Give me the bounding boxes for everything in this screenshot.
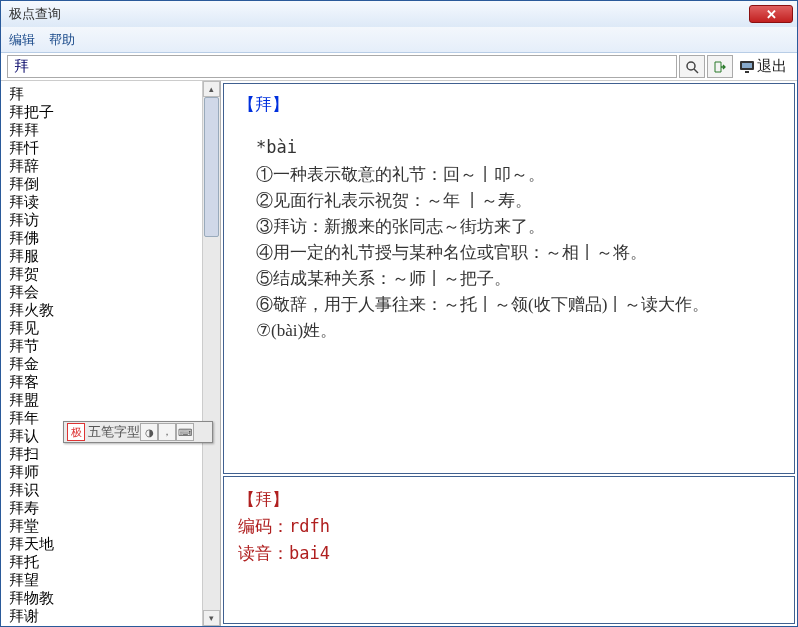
svg-rect-4 bbox=[745, 71, 749, 73]
list-item[interactable]: 拜堂 bbox=[9, 517, 194, 535]
ime-toolbar[interactable]: 极 五笔字型 ◑ ， ⌨ bbox=[63, 421, 213, 443]
list-item[interactable]: 拜天地 bbox=[9, 535, 194, 553]
svg-point-0 bbox=[687, 62, 695, 70]
main-pane: 【拜】 *bài ①一种表示敬意的礼节：回～丨叩～。②见面行礼表示祝贺：～年 丨… bbox=[221, 81, 797, 626]
list-item[interactable]: 拜寿 bbox=[9, 499, 194, 517]
titlebar: 极点查询 ✕ bbox=[1, 1, 797, 27]
word-list: 拜拜把子拜拜拜忏拜辞拜倒拜读拜访拜佛拜服拜贺拜会拜火教拜见拜节拜金拜客拜盟拜年拜… bbox=[1, 81, 202, 626]
list-item[interactable]: 拜识 bbox=[9, 481, 194, 499]
sidebar: 拜拜把子拜拜拜忏拜辞拜倒拜读拜访拜佛拜服拜贺拜会拜火教拜见拜节拜金拜客拜盟拜年拜… bbox=[1, 81, 221, 626]
scroll-up-arrow[interactable]: ▴ bbox=[203, 81, 220, 97]
definition-pane: 【拜】 *bài ①一种表示敬意的礼节：回～丨叩～。②见面行礼表示祝贺：～年 丨… bbox=[223, 83, 795, 474]
exit-button[interactable]: 退出 bbox=[735, 55, 791, 78]
list-item[interactable]: 拜忏 bbox=[9, 139, 194, 157]
scroll-down-arrow[interactable]: ▾ bbox=[203, 610, 220, 626]
monitor-icon bbox=[739, 60, 755, 74]
close-icon: ✕ bbox=[766, 7, 777, 22]
sidebar-scrollbar[interactable]: ▴ ▾ bbox=[202, 81, 220, 626]
info-pane: 【拜】 编码：rdfh 读音：bai4 bbox=[223, 476, 795, 624]
list-item[interactable]: 拜佛 bbox=[9, 229, 194, 247]
menu-help[interactable]: 帮助 bbox=[49, 31, 75, 49]
info-code-row: 编码：rdfh bbox=[238, 513, 780, 540]
list-item[interactable]: 拜托 bbox=[9, 553, 194, 571]
export-button[interactable] bbox=[707, 55, 733, 78]
definition-line: ④用一定的礼节授与某种名位或官职：～相丨～将。 bbox=[256, 240, 780, 266]
list-item[interactable]: 拜访 bbox=[9, 211, 194, 229]
menubar: 编辑 帮助 bbox=[1, 27, 797, 53]
definition-pinyin: *bài bbox=[256, 134, 780, 160]
definition-line: ⑥敬辞，用于人事往来：～托丨～领(收下赠品)丨～读大作。 bbox=[256, 292, 780, 318]
definition-line: ⑤结成某种关系：～师丨～把子。 bbox=[256, 266, 780, 292]
content-area: 拜拜把子拜拜拜忏拜辞拜倒拜读拜访拜佛拜服拜贺拜会拜火教拜见拜节拜金拜客拜盟拜年拜… bbox=[1, 81, 797, 626]
list-item[interactable]: 拜读 bbox=[9, 193, 194, 211]
ime-badge-icon: 极 bbox=[67, 423, 85, 441]
list-item[interactable]: 拜火教 bbox=[9, 301, 194, 319]
definition-line: ⑦(bài)姓。 bbox=[256, 318, 780, 344]
list-item[interactable]: 拜谢 bbox=[9, 607, 194, 625]
list-item[interactable]: 拜金 bbox=[9, 355, 194, 373]
menu-edit[interactable]: 编辑 bbox=[9, 31, 35, 49]
close-button[interactable]: ✕ bbox=[749, 5, 793, 23]
list-item[interactable]: 拜拜 bbox=[9, 121, 194, 139]
app-window: 极点查询 ✕ 编辑 帮助 退出 bbox=[0, 0, 798, 627]
list-item[interactable]: 拜客 bbox=[9, 373, 194, 391]
definition-head: 【拜】 bbox=[238, 92, 780, 118]
info-head: 【拜】 bbox=[238, 487, 780, 513]
svg-rect-3 bbox=[742, 63, 752, 68]
list-item[interactable]: 拜服 bbox=[9, 247, 194, 265]
info-code-value: rdfh bbox=[289, 516, 330, 536]
exit-label: 退出 bbox=[757, 57, 787, 76]
list-item[interactable]: 拜节 bbox=[9, 337, 194, 355]
search-button[interactable] bbox=[679, 55, 705, 78]
info-pron-label: 读音： bbox=[238, 544, 289, 563]
window-title: 极点查询 bbox=[9, 5, 749, 23]
info-pron-value: bai4 bbox=[289, 543, 330, 563]
ime-keyboard-icon[interactable]: ⌨ bbox=[176, 423, 194, 441]
ime-moon-icon[interactable]: ◑ bbox=[140, 423, 158, 441]
list-item[interactable]: 拜扫 bbox=[9, 445, 194, 463]
info-pron-row: 读音：bai4 bbox=[238, 540, 780, 567]
scroll-thumb[interactable] bbox=[204, 97, 219, 237]
list-item[interactable]: 拜会 bbox=[9, 283, 194, 301]
ime-label: 五笔字型 bbox=[88, 423, 140, 441]
list-item[interactable]: 拜倒 bbox=[9, 175, 194, 193]
export-icon bbox=[713, 60, 727, 74]
list-item[interactable]: 拜物教 bbox=[9, 589, 194, 607]
svg-line-1 bbox=[694, 69, 698, 73]
definition-line: ②见面行礼表示祝贺：～年 丨～寿。 bbox=[256, 188, 780, 214]
list-item[interactable]: 拜 bbox=[9, 85, 194, 103]
list-item[interactable]: 拜贺 bbox=[9, 265, 194, 283]
definition-lines: ①一种表示敬意的礼节：回～丨叩～。②见面行礼表示祝贺：～年 丨～寿。③拜访：新搬… bbox=[238, 162, 780, 344]
info-code-label: 编码： bbox=[238, 517, 289, 536]
list-item[interactable]: 拜师 bbox=[9, 463, 194, 481]
definition-line: ①一种表示敬意的礼节：回～丨叩～。 bbox=[256, 162, 780, 188]
list-item[interactable]: 拜把子 bbox=[9, 103, 194, 121]
list-item[interactable]: 拜望 bbox=[9, 571, 194, 589]
search-input[interactable] bbox=[7, 55, 677, 78]
search-icon bbox=[685, 60, 699, 74]
list-item[interactable]: 拜见 bbox=[9, 319, 194, 337]
search-bar: 退出 bbox=[1, 53, 797, 81]
scroll-track[interactable] bbox=[203, 97, 220, 610]
ime-punct-icon[interactable]: ， bbox=[158, 423, 176, 441]
definition-line: ③拜访：新搬来的张同志～街坊来了。 bbox=[256, 214, 780, 240]
list-item[interactable]: 拜辞 bbox=[9, 157, 194, 175]
list-item[interactable]: 拜盟 bbox=[9, 391, 194, 409]
